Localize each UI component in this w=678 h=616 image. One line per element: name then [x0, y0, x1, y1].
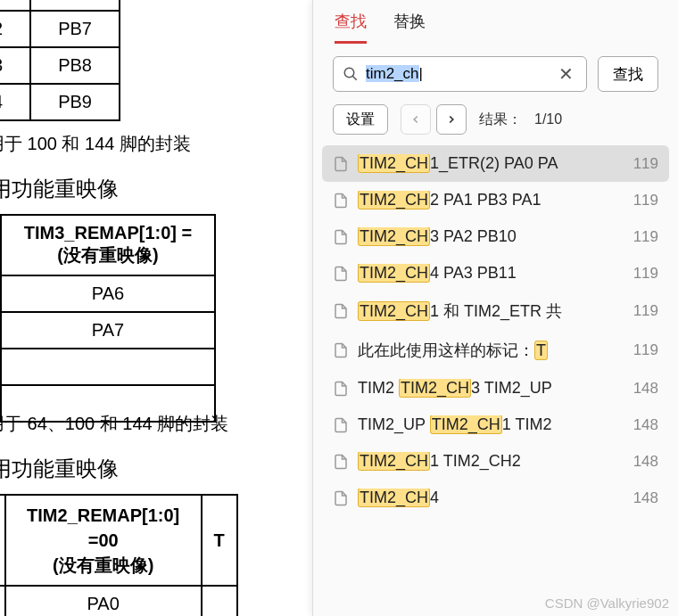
tab-replace[interactable]: 替换 — [393, 11, 426, 44]
tab-find[interactable]: 查找 — [335, 11, 367, 44]
result-text: TIM2_CH2 PA1 PB3 PA1 — [358, 191, 624, 209]
find-button[interactable]: 查找 — [598, 56, 658, 92]
result-item[interactable]: TIM2_CH3 PA2 PB10119 — [322, 218, 669, 255]
watermark: CSDN @Valkyrie902 — [545, 595, 669, 611]
result-item[interactable]: TIM2_CH1 TIM2_CH2148 — [322, 443, 669, 480]
note-text: 适用于 64、100 和 144 脚的封装 — [0, 412, 228, 436]
note-text: 适用于 100 和 144 脚的封装 — [0, 132, 191, 156]
table-header-row: 能 TIM2_REMAP[1:0]=00(没有重映像) T — [0, 495, 237, 586]
search-input[interactable]: tim2_ch| — [359, 65, 555, 83]
table-row: 2PA7 — [0, 312, 215, 349]
clear-icon[interactable]: ✕ — [555, 65, 577, 83]
table-row: ETR(2) PA0 — [0, 586, 237, 616]
result-count: 1/10 — [534, 111, 562, 127]
table-row: 1PA6 — [0, 275, 215, 312]
file-icon — [333, 303, 349, 319]
file-icon — [333, 454, 349, 470]
result-text: TIM2_UP TIM2_CH1 TIM2 — [358, 415, 624, 434]
search-row: tim2_ch| ✕ 查找 — [313, 44, 678, 101]
table-header-row: 能 TIM3_REMAP[1:0] =(没有重映像) — [0, 215, 215, 275]
result-page: 119 — [633, 265, 658, 283]
settings-button[interactable]: 设置 — [333, 104, 388, 135]
table-row: _CH1PB6 — [0, 0, 120, 11]
result-item[interactable]: TIM2_CH4148 — [322, 480, 669, 516]
result-text: 此在此使用这样的标记：T — [358, 340, 624, 361]
file-icon — [333, 229, 349, 245]
result-page: 119 — [633, 302, 658, 320]
svg-point-0 — [344, 68, 354, 78]
document-background: _CH1PB6 _CH2PB7 _CH3PB8 _CH4PB9 适用于 100 … — [0, 0, 312, 616]
chevron-right-icon — [445, 113, 458, 126]
result-page: 119 — [633, 341, 658, 359]
search-icon — [343, 66, 359, 82]
table-row: _CH4PB9 — [0, 84, 120, 120]
result-page: 148 — [633, 416, 658, 434]
file-icon — [333, 342, 349, 358]
result-text: TIM2 TIM2_CH3 TIM2_UP — [358, 379, 624, 398]
search-box[interactable]: tim2_ch| ✕ — [333, 56, 587, 92]
result-text: TIM2_CH1 和 TIM2_ETR 共 — [358, 300, 624, 322]
result-page: 119 — [633, 192, 658, 209]
result-item[interactable]: 此在此使用这样的标记：T119 — [322, 331, 669, 370]
result-page: 148 — [633, 380, 658, 398]
result-item[interactable]: TIM2_CH1 和 TIM2_ETR 共119 — [322, 292, 669, 331]
file-icon — [333, 417, 349, 433]
result-page: 119 — [633, 155, 658, 173]
table-row: _CH2PB7 — [0, 11, 120, 47]
file-icon — [333, 193, 349, 209]
result-item[interactable]: TIM2_CH1_ETR(2) PA0 PA119 — [322, 145, 669, 182]
result-text: TIM2_CH1_ETR(2) PA0 PA — [358, 154, 624, 173]
result-label: 结果： — [479, 111, 522, 129]
nav-buttons — [401, 104, 467, 135]
prev-result-button[interactable] — [401, 104, 431, 135]
table-tim3: 能 TIM3_REMAP[1:0] =(没有重映像) 1PA6 2PA7 3 4 — [0, 214, 216, 423]
result-text: TIM2_CH4 PA3 PB11 — [358, 264, 624, 283]
result-text: TIM2_CH4 — [358, 489, 624, 507]
next-result-button[interactable] — [436, 104, 467, 135]
result-page: 148 — [633, 453, 658, 471]
result-page: 119 — [633, 228, 658, 246]
heading-remap-2: 复用功能重映像 — [0, 455, 119, 483]
controls-row: 设置 结果： 1/10 — [313, 101, 678, 145]
result-item[interactable]: TIM2_CH2 PA1 PB3 PA1119 — [322, 182, 669, 218]
svg-line-1 — [352, 76, 357, 80]
result-item[interactable]: TIM2_UP TIM2_CH1 TIM2148 — [322, 407, 669, 443]
result-text: TIM2_CH1 TIM2_CH2 — [358, 452, 624, 471]
table-row: _CH3PB8 — [0, 47, 120, 84]
file-icon — [333, 381, 349, 397]
result-page: 148 — [633, 489, 658, 507]
result-item[interactable]: TIM2 TIM2_CH3 TIM2_UP148 — [322, 370, 669, 407]
file-icon — [333, 490, 349, 506]
table-row: 3 — [0, 349, 215, 385]
result-text: TIM2_CH3 PA2 PB10 — [358, 227, 624, 246]
table-tim2: 能 TIM2_REMAP[1:0]=00(没有重映像) T ETR(2) PA0 — [0, 494, 238, 616]
chevron-left-icon — [409, 113, 422, 126]
heading-remap-1: 复用功能重映像 — [0, 175, 119, 203]
search-panel: 查找 替换 tim2_ch| ✕ 查找 设置 结果： 1/10 TIM2_CH1… — [312, 0, 678, 616]
file-icon — [333, 266, 349, 282]
tabs: 查找 替换 — [313, 0, 678, 44]
file-icon — [333, 156, 349, 172]
results-list: TIM2_CH1_ETR(2) PA0 PA119TIM2_CH2 PA1 PB… — [313, 145, 678, 516]
table-tim1: _CH1PB6 _CH2PB7 _CH3PB8 _CH4PB9 — [0, 0, 120, 121]
result-item[interactable]: TIM2_CH4 PA3 PB11119 — [322, 255, 669, 292]
